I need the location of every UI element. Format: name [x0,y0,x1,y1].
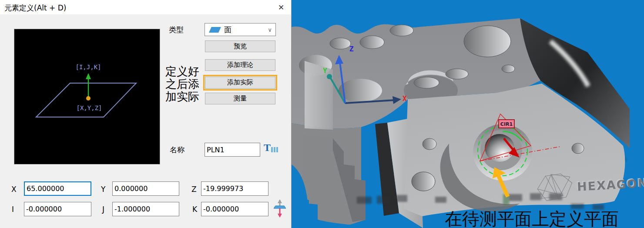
plane-schematic: [I,J,K] [X,Y,Z] [14,29,160,164]
j-label: J [102,205,104,214]
normal-vector-arrowhead [86,73,91,79]
y-axis-label: Y [323,67,327,75]
measure-button[interactable]: 测量 [205,93,275,104]
element-definition-dialog: 元素定义(Alt + D) ✕ [I,J,K] [X,Y,Z] 类型 面 ∨ 预… [0,0,292,228]
k-input[interactable] [201,202,268,216]
x-label: X [11,185,17,194]
origin-label: [X,Y,Z] [76,104,102,111]
close-icon[interactable]: ✕ [275,2,287,13]
z-axis-label: Z [349,45,354,53]
name-label: 名称 [170,145,184,155]
plane-type-icon [209,27,221,33]
i-input[interactable] [24,202,91,216]
z-label: Z [191,185,197,194]
tutorial-annotation: 定义好 之后添 加实际 [165,65,205,103]
type-dropdown[interactable]: 面 ∨ [205,23,276,36]
name-input[interactable] [205,143,260,157]
flip-vector-icon[interactable] [273,199,286,218]
cad-3d-viewport[interactable]: HEXAGON HEXAGON X Y Z CIR1 在待测平面上定义平面 [292,0,644,228]
app-window: { "dialog": { "title": "元素定义(Alt + D)", … [0,0,644,228]
annotation-line: 定义好 [165,65,205,78]
type-value: 面 [224,25,268,35]
annotation-line: 加实际 [165,91,205,103]
dialog-title: 元素定义(Alt + D) [4,3,66,13]
dialog-titlebar[interactable]: 元素定义(Alt + D) ✕ [0,0,291,14]
origin-point [86,96,91,101]
x-input[interactable] [24,181,91,196]
y-label: Y [101,185,105,194]
plane-outline [36,83,136,117]
preview-button[interactable]: 预览 [205,40,275,52]
add-actual-button[interactable]: 添加实际 [205,77,275,89]
name-id-icon[interactable]: T [264,143,281,154]
type-label: 类型 [169,25,184,35]
y-input[interactable] [112,181,179,196]
chevron-down-icon: ∨ [268,27,272,33]
add-theoretical-button[interactable]: 添加理论 [205,59,275,71]
z-input[interactable] [201,181,268,196]
plane-preview-panel: [I,J,K] [X,Y,Z] [14,29,160,164]
feature-badge-label: CIR1 [500,121,513,127]
i-label: I [12,205,14,214]
annotation-line: 之后添 [165,78,205,91]
normal-label: [I,J,K] [75,64,101,70]
j-input[interactable] [112,202,179,216]
x-axis-label: X [402,94,407,103]
cad-scene: HEXAGON HEXAGON X Y Z CIR1 在待测平面上定义平面 [292,0,644,228]
k-label: K [192,205,197,214]
viewport-caption: 在待测平面上定义平面 [445,209,619,228]
